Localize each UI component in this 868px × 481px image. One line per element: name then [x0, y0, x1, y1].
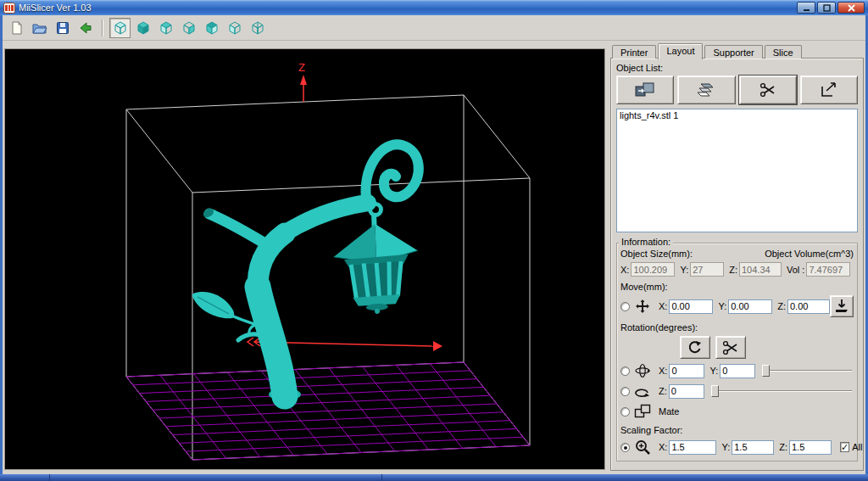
view-cube-button-3[interactable]: [155, 18, 176, 38]
view-cube-icon: [113, 20, 128, 36]
view-cube-button-1[interactable]: [109, 18, 131, 38]
app-icon: [3, 3, 15, 14]
rotate-3d-icon: [633, 362, 652, 379]
tab-printer[interactable]: Printer: [612, 45, 656, 59]
rotate-xy-radio[interactable]: [620, 366, 630, 376]
export-object-button[interactable]: [800, 76, 858, 104]
add-object-button[interactable]: [616, 76, 674, 104]
minimize-icon: [803, 4, 810, 12]
view-cube-icon: [136, 20, 151, 36]
window-titlebar[interactable]: MiiSlicer Ver 1.03: [0, 0, 868, 15]
tab-slice[interactable]: Slice: [765, 45, 802, 59]
scale-radio[interactable]: [620, 443, 630, 452]
rot-y-field[interactable]: [720, 364, 755, 378]
toolbar: [3, 15, 865, 41]
view-cube-button-6[interactable]: [224, 18, 245, 38]
new-file-button[interactable]: [6, 18, 27, 38]
view-cube-icon: [181, 20, 197, 36]
scissors-icon: [722, 340, 739, 355]
scale-x-field[interactable]: [669, 440, 716, 455]
layout-tab-page: Object List: lights_r: [610, 58, 864, 471]
mate-radio[interactable]: [620, 407, 630, 417]
scale-y-field[interactable]: [732, 440, 774, 455]
rot-z-label: Z:: [659, 386, 667, 396]
move-radio[interactable]: [620, 302, 630, 311]
view-cube-button-2[interactable]: [132, 18, 153, 38]
information-label: Information:: [619, 237, 673, 247]
new-document-icon: [10, 21, 24, 35]
save-file-button[interactable]: [52, 18, 73, 38]
close-button[interactable]: [837, 2, 865, 14]
move-z-label: Z:: [777, 301, 786, 311]
rotate-button[interactable]: [680, 336, 710, 359]
size-x-label: X:: [620, 265, 629, 275]
add-object-icon: [635, 81, 655, 98]
object-volume-label: Object Volume(cm^3): [765, 249, 854, 259]
mate-label: Mate: [659, 406, 679, 417]
maximize-button[interactable]: [817, 2, 836, 14]
close-icon: [848, 4, 855, 12]
back-arrow-icon: [78, 21, 92, 35]
tab-bar: Printer Layout Supporter Slice: [612, 43, 864, 59]
move-x-field[interactable]: [669, 299, 713, 314]
object-list-label: Object List:: [616, 63, 858, 73]
rotate-z-radio[interactable]: [620, 387, 630, 396]
rotate-z-icon: [633, 383, 652, 400]
rotate-xy-slider-thumb[interactable]: [762, 365, 770, 377]
volume-label: Vol :: [787, 265, 804, 275]
cut-rotation-button[interactable]: [715, 336, 746, 359]
open-file-button[interactable]: [29, 18, 50, 38]
scene-svg: Z: [5, 49, 604, 469]
build-plate-grid: [126, 362, 530, 460]
cut-object-button[interactable]: [739, 76, 797, 104]
copy-object-button[interactable]: [677, 76, 735, 104]
rotate-z-slider[interactable]: [711, 383, 852, 399]
open-folder-icon: [32, 21, 47, 35]
rotation-label: Rotation(degrees):: [620, 322, 854, 333]
scale-y-label: Y:: [721, 442, 730, 452]
volume-field: [806, 262, 850, 277]
view-cube-button-4[interactable]: [178, 18, 199, 38]
scaling-label: Scaling Factor:: [620, 425, 854, 435]
rotate-xy-slider[interactable]: [762, 363, 852, 378]
rotate-arc-icon: [687, 340, 703, 355]
save-icon: [56, 21, 70, 35]
size-z-field: [739, 262, 782, 277]
view-cube-button-5[interactable]: [201, 18, 222, 38]
tab-layout[interactable]: Layout: [658, 43, 703, 59]
z-axis-label: Z: [298, 61, 305, 74]
export-icon: [820, 81, 838, 98]
view-cube-button-7[interactable]: [247, 18, 268, 38]
move-z-field[interactable]: [787, 299, 830, 314]
rot-z-field[interactable]: [669, 384, 704, 399]
rot-x-field[interactable]: [669, 364, 704, 378]
app-window: MiiSlicer Ver 1.03: [0, 0, 868, 474]
rotate-z-slider-thumb[interactable]: [711, 385, 719, 397]
tab-supporter[interactable]: Supporter: [704, 45, 762, 59]
object-buttons: [616, 76, 858, 104]
copy-object-icon: [696, 81, 716, 98]
move-y-field[interactable]: [728, 299, 772, 314]
rot-x-label: X:: [659, 366, 667, 376]
scale-x-label: X:: [659, 442, 667, 452]
window-title: MiiSlicer Ver 1.03: [19, 3, 92, 13]
scale-z-label: Z:: [779, 442, 787, 452]
back-button[interactable]: [75, 18, 96, 38]
view-cube-icon: [159, 20, 174, 36]
scissors-icon: [760, 82, 776, 98]
side-panel: Printer Layout Supporter Slice Object Li…: [609, 41, 865, 474]
scale-z-field[interactable]: [789, 440, 832, 455]
taskbar[interactable]: [0, 474, 868, 481]
object-listbox[interactable]: lights_r4v.stl 1: [616, 109, 858, 232]
drop-to-bed-button[interactable]: [830, 295, 854, 317]
move-label: Move(mm):: [620, 282, 854, 292]
object-size-label: Object Size(mm):: [620, 249, 693, 259]
move-y-label: Y:: [718, 301, 726, 311]
view-cube-icon: [204, 20, 220, 36]
minimize-button[interactable]: [797, 2, 815, 14]
model-spiral: [366, 144, 419, 204]
list-item[interactable]: lights_r4v.stl 1: [620, 110, 854, 121]
viewport-3d[interactable]: Z: [4, 48, 605, 470]
model-lamp-post: [192, 144, 420, 400]
all-checkbox[interactable]: [840, 442, 849, 452]
